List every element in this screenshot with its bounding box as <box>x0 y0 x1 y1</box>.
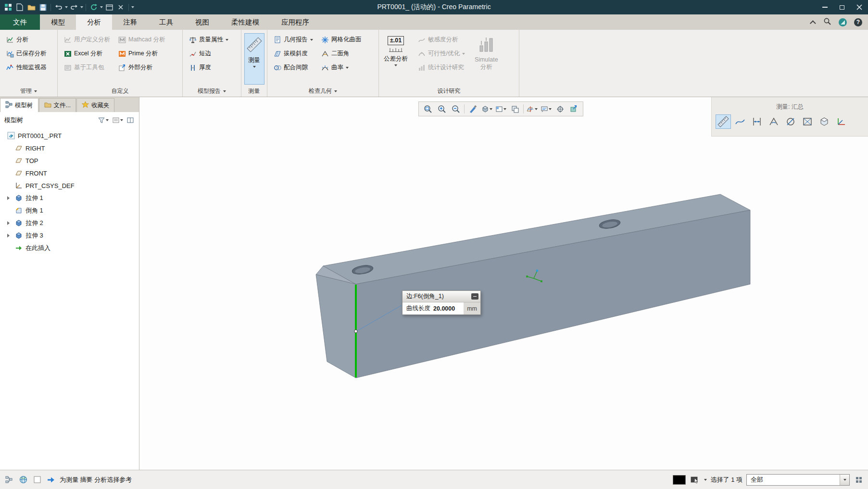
selection-filter-icon[interactable] <box>690 475 700 485</box>
tab-view[interactable]: 视图 <box>184 14 220 30</box>
tab-analysis[interactable]: 分析 <box>76 14 112 30</box>
tree-item-part[interactable]: PRT0001_.PRT <box>0 129 139 142</box>
sensitivity-analysis-button[interactable]: 敏感度分析 <box>414 33 468 46</box>
measure-summary-button[interactable] <box>716 114 731 129</box>
feasibility-optimization-button[interactable]: 可行性/优化 <box>414 47 468 60</box>
thickness-button[interactable]: 厚度 <box>185 61 239 74</box>
close-button[interactable] <box>851 0 868 14</box>
draft-analysis-button[interactable]: 拔模斜度 <box>270 47 316 60</box>
maximize-button[interactable] <box>833 0 851 14</box>
minimize-button[interactable] <box>816 0 833 14</box>
performance-monitor-button[interactable]: 性能监视器 <box>2 61 55 74</box>
zoom-out-button[interactable] <box>449 103 462 115</box>
undo-button[interactable] <box>53 2 64 13</box>
tree-item-insert-here[interactable]: 在此插入 <box>0 242 139 254</box>
mathcad-analysis-button[interactable]: Mathcad 分析 <box>114 33 168 46</box>
tab-file[interactable]: 文件 <box>0 14 40 30</box>
new-file-button[interactable] <box>14 2 25 13</box>
nav-tab-folder-browser[interactable]: 文件... <box>39 98 76 112</box>
datum-display-filters-button[interactable] <box>526 103 539 115</box>
undo-dropdown-icon[interactable] <box>65 6 68 8</box>
view-normal-button[interactable] <box>567 103 580 115</box>
curvature-button[interactable]: 曲率 <box>317 61 365 74</box>
simulate-analysis-button[interactable]: Simulate 分析 <box>472 33 501 85</box>
minimize-ribbon-icon[interactable] <box>810 20 816 26</box>
tree-item-datum-plane[interactable]: FRONT <box>0 167 139 179</box>
close-window-button[interactable] <box>115 2 126 13</box>
selection-filter-combobox[interactable]: 全部 <box>746 474 850 486</box>
group-label-model-report[interactable]: 模型报告 <box>183 86 241 97</box>
mass-properties-button[interactable]: 质量属性 <box>185 33 239 46</box>
window-switch-button[interactable] <box>104 2 114 13</box>
dihedral-angle-button[interactable]: 二面角 <box>317 47 365 60</box>
tab-flexible-modeling[interactable]: 柔性建模 <box>220 14 270 30</box>
measure-diameter-button[interactable] <box>783 114 798 129</box>
tree-expand-icon[interactable] <box>5 221 12 225</box>
tab-applications[interactable]: 应用程序 <box>270 14 320 30</box>
view-manager-button[interactable] <box>508 103 521 115</box>
model-end-face[interactable] <box>316 275 356 378</box>
short-edge-button[interactable]: 短边 <box>185 47 239 60</box>
selection-filter-dropdown-icon[interactable] <box>704 479 707 481</box>
measure-transform-button[interactable] <box>833 114 849 129</box>
tree-settings-button[interactable] <box>112 116 124 125</box>
search-icon[interactable] <box>823 17 831 27</box>
navigator-toggle-icon[interactable] <box>4 475 14 485</box>
tree-expand-icon[interactable] <box>5 234 12 238</box>
3d-model-canvas[interactable] <box>139 97 868 470</box>
group-label-manage[interactable]: 管理 <box>0 86 57 97</box>
measure-distance-button[interactable] <box>749 114 765 129</box>
tree-columns-button[interactable] <box>126 116 135 125</box>
web-browser-icon[interactable] <box>18 475 28 485</box>
share-icon[interactable] <box>839 18 847 26</box>
tab-annotate[interactable]: 注释 <box>112 14 148 30</box>
tab-model[interactable]: 模型 <box>40 14 76 30</box>
tree-item-datum-plane[interactable]: TOP <box>0 154 139 167</box>
tree-expand-icon[interactable] <box>5 196 12 200</box>
spin-center-button[interactable] <box>554 103 566 115</box>
display-style-button[interactable] <box>480 103 493 115</box>
nav-tab-favorites[interactable]: 收藏夹 <box>76 98 115 112</box>
tree-item-extrude[interactable]: 拉伸 1 <box>0 192 139 204</box>
mesh-surface-button[interactable]: 网格化曲面 <box>317 33 365 46</box>
analysis-button[interactable]: 分析 <box>2 33 55 46</box>
zoom-in-button[interactable] <box>435 103 448 115</box>
external-analysis-button[interactable]: 外部分析 <box>114 61 168 74</box>
prime-analysis-button[interactable]: Prime 分析 <box>114 47 168 60</box>
tab-tools[interactable]: 工具 <box>148 14 184 30</box>
help-icon[interactable]: ? <box>854 18 862 26</box>
measure-button[interactable]: 测量 <box>244 33 264 85</box>
statistical-design-study-button[interactable]: 统计设计研究 <box>414 61 468 74</box>
save-button[interactable] <box>38 2 48 13</box>
measure-angle-button[interactable] <box>766 114 781 129</box>
tree-item-extrude[interactable]: 拉伸 3 <box>0 229 139 242</box>
geometry-report-button[interactable]: 几何报告 <box>270 33 316 46</box>
tolerance-analysis-button[interactable]: ±.01 公差分析 <box>381 33 410 85</box>
annotation-display-button[interactable] <box>540 103 553 115</box>
blank-panel-icon[interactable] <box>32 475 42 485</box>
repaint-button[interactable] <box>466 103 479 115</box>
appearance-swatch[interactable] <box>673 475 686 485</box>
tree-item-csys[interactable]: PRT_CSYS_DEF <box>0 179 139 192</box>
saved-orientations-button[interactable] <box>494 103 507 115</box>
redo-button[interactable] <box>69 2 79 13</box>
user-defined-analysis-button[interactable]: 用户定义分析 <box>60 33 113 46</box>
saved-analysis-button[interactable]: 已保存分析 <box>2 47 55 60</box>
collapse-tooltip-button[interactable] <box>471 293 478 300</box>
graphics-area[interactable]: 测量: 汇总 边:F6(倒角_1) <box>139 97 868 470</box>
toolkit-analysis-button[interactable]: 基于工具包 <box>60 61 113 74</box>
measure-area-button[interactable] <box>800 114 815 129</box>
status-grid-icon[interactable] <box>854 475 864 485</box>
customize-toolbar-dropdown-icon[interactable] <box>131 6 134 8</box>
nav-tab-model-tree[interactable]: 模型树 <box>0 98 38 112</box>
tree-filter-button[interactable] <box>97 116 110 125</box>
refit-button[interactable] <box>421 103 434 115</box>
group-label-check-geometry[interactable]: 检查几何 <box>267 86 378 97</box>
tree-item-datum-plane[interactable]: RIGHT <box>0 142 139 154</box>
tree-item-chamfer[interactable]: 倒角 1 <box>0 204 139 217</box>
open-file-button[interactable] <box>26 2 37 13</box>
pairs-clearance-button[interactable]: 配合间隙 <box>270 61 316 74</box>
measure-length-button[interactable] <box>732 114 748 129</box>
regenerate-button[interactable] <box>88 2 99 13</box>
redo-dropdown-icon[interactable] <box>80 6 83 8</box>
